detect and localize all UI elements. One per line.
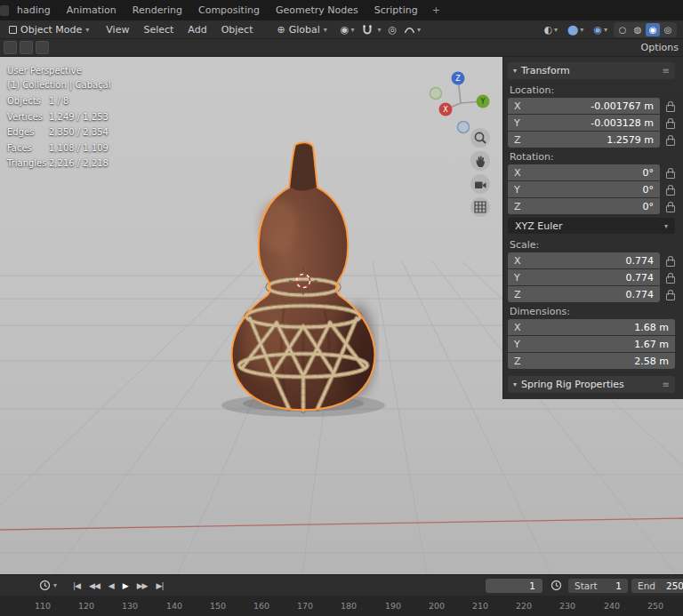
axis-neg-y-ball[interactable] (430, 88, 442, 100)
tab-rendering[interactable]: Rendering (125, 0, 190, 20)
ortho-toggle-button[interactable] (470, 197, 490, 217)
frame-tick: 210 (472, 601, 488, 611)
active-tool-icon[interactable] (36, 41, 49, 54)
proportional-editing-toggle[interactable]: ◎ (384, 21, 400, 37)
shading-rendered-button[interactable]: ◎ (661, 23, 675, 36)
lock-icon[interactable] (665, 273, 675, 283)
frame-end-field[interactable]: End 250 (631, 579, 683, 593)
location-y-field[interactable]: Y -0.003128 m (508, 115, 660, 131)
axis-label: Y (514, 339, 526, 350)
editor-type-button[interactable] (4, 41, 17, 54)
add-workspace-button[interactable]: + (426, 0, 446, 20)
location-x-field[interactable]: X -0.001767 m (508, 98, 660, 114)
shading-solid-button[interactable]: ◍ (631, 23, 645, 36)
chevron-down-icon: ▾ (664, 222, 668, 230)
blender-logo-icon[interactable] (0, 5, 9, 16)
lock-icon[interactable] (665, 168, 675, 178)
axis-value: 0° (526, 184, 654, 196)
dimensions-y-field[interactable]: Y 1.67 m (508, 336, 675, 352)
gizmo-icon: ⬤ (567, 24, 578, 36)
jump-to-start-button[interactable]: |◀ (73, 581, 80, 590)
frame-tick: 250 (647, 601, 663, 611)
dimensions-z-field[interactable]: Z 2.58 m (508, 353, 675, 369)
overlays-dropdown[interactable]: ◉ ▾ (590, 21, 611, 37)
shading-material-button[interactable]: ◉ (646, 23, 660, 36)
location-z-field[interactable]: Z 1.2579 m (508, 132, 660, 148)
axis-value: 0° (526, 167, 654, 179)
scale-x-field[interactable]: X 0.774 (508, 252, 660, 268)
axis-value: -0.003128 m (526, 117, 654, 129)
timeline-ruler[interactable]: 110 120 130 140 150 160 170 180 190 200 … (0, 596, 683, 616)
rotation-y-field[interactable]: Y 0° (508, 181, 660, 197)
lock-icon[interactable] (665, 185, 675, 195)
lock-icon[interactable] (665, 290, 675, 300)
orientation-globe-icon: ⊕ (277, 24, 285, 36)
tab-compositing[interactable]: Compositing (190, 0, 268, 20)
pivot-point-dropdown[interactable]: ◉ ▾ (337, 21, 358, 37)
chevron-down-icon: ▾ (350, 26, 354, 34)
timeline-editor-type-dropdown[interactable]: ▾ (39, 580, 57, 591)
tab-shading[interactable]: hading (9, 0, 59, 20)
menu-view[interactable]: View (99, 20, 136, 39)
axis-neg-z-ball[interactable] (458, 122, 470, 133)
rotation-x-field[interactable]: X 0° (508, 164, 660, 180)
navigation-gizmo[interactable]: Z Y X (416, 62, 505, 137)
next-keyframe-button[interactable]: ▶▶ (137, 581, 148, 590)
shading-wireframe-button[interactable]: ○ (615, 23, 630, 36)
menu-select[interactable]: Select (136, 20, 181, 39)
frame-tick: 130 (122, 601, 138, 611)
panel-menu-icon[interactable]: ≡ (663, 66, 670, 76)
lock-icon[interactable] (665, 118, 675, 128)
stat-label: Vertices (7, 112, 49, 122)
frame-start-field[interactable]: Start 1 (568, 579, 628, 593)
use-preview-range-toggle[interactable] (550, 580, 562, 591)
play-reverse-button[interactable]: ◀ (108, 581, 114, 590)
tool-settings-toggle[interactable] (20, 41, 33, 54)
transform-orientation-dropdown[interactable]: ⊕ Global ▾ (272, 21, 331, 37)
options-button[interactable]: Options (641, 42, 679, 53)
grid-icon (472, 199, 488, 215)
zoom-button[interactable] (470, 128, 490, 148)
rotation-mode-dropdown[interactable]: XYZ Euler ▾ (508, 218, 675, 234)
jump-to-end-button[interactable]: ▶| (157, 581, 164, 590)
gizmos-dropdown[interactable]: ⬤ ▾ (564, 21, 587, 37)
lock-icon[interactable] (665, 202, 675, 212)
current-frame-field[interactable]: 1 (486, 579, 542, 593)
axis-value: -0.001767 m (526, 100, 654, 112)
axis-label: X (514, 100, 526, 112)
magnet-icon (361, 24, 374, 36)
proportional-falloff-dropdown[interactable]: ▾ (400, 21, 424, 37)
tab-geometry-nodes[interactable]: Geometry Nodes (268, 0, 366, 20)
menu-object[interactable]: Object (214, 20, 261, 39)
rotation-z-field[interactable]: Z 0° (508, 198, 660, 214)
location-fields: X -0.001767 m Y -0.003128 m Z 1.2579 m (508, 98, 675, 148)
frame-tick: 120 (78, 601, 94, 611)
menu-add[interactable]: Add (181, 20, 213, 39)
lock-icon[interactable] (665, 135, 675, 145)
snap-with-dropdown[interactable]: ▾ (377, 26, 381, 34)
axis-label: Y (514, 117, 526, 129)
play-button[interactable]: ▶ (123, 581, 128, 590)
lock-icon[interactable] (665, 101, 675, 111)
pan-button[interactable] (470, 151, 490, 171)
previous-keyframe-button[interactable]: ◀◀ (89, 581, 100, 590)
scale-y-field[interactable]: Y 0.774 (508, 269, 660, 285)
camera-view-button[interactable] (470, 174, 490, 194)
playback-controls: |◀ ◀◀ ◀ ▶ ▶▶ ▶| (73, 581, 163, 590)
dimensions-fields: X 1.68 m Y 1.67 m Z 2.58 m (508, 319, 675, 369)
spring-rig-panel-header[interactable]: ▾ Spring Rig Properties ≡ (508, 376, 675, 393)
lock-icon[interactable] (665, 256, 675, 266)
panel-menu-icon[interactable]: ≡ (663, 380, 670, 389)
frame-tick: 190 (385, 601, 401, 611)
tab-scripting[interactable]: Scripting (366, 0, 426, 20)
scale-z-field[interactable]: Z 0.774 (508, 286, 660, 302)
chevron-down-icon: ▾ (580, 26, 583, 34)
tab-animation[interactable]: Animation (59, 0, 125, 20)
orientation-label: Global (289, 24, 320, 36)
transform-panel-header[interactable]: ▾ Transform ≡ (508, 62, 675, 79)
snap-toggle[interactable] (358, 21, 377, 37)
gourd-object[interactable] (232, 142, 375, 411)
mode-selector[interactable]: Object Mode ▾ (4, 21, 93, 37)
dimensions-x-field[interactable]: X 1.68 m (508, 319, 675, 335)
visibility-dropdown[interactable]: ◐ ▾ (540, 21, 561, 37)
